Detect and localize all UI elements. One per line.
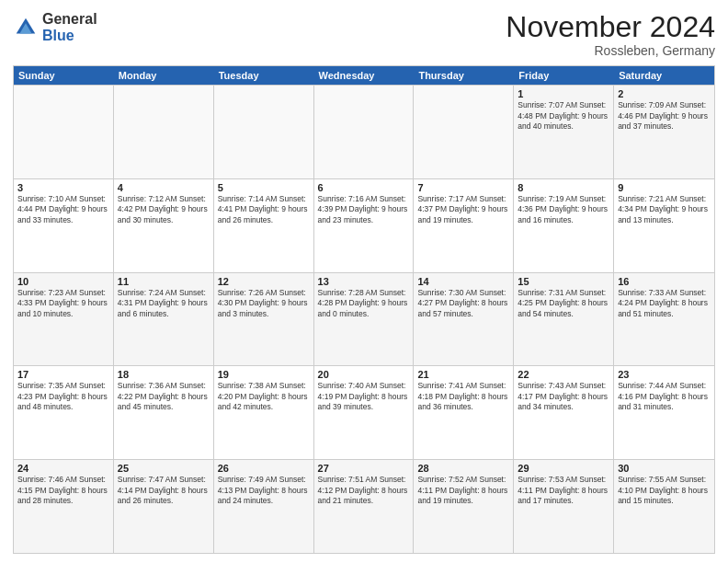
cal-cell-26: 26Sunrise: 7:49 AM Sunset: 4:13 PM Dayli… — [214, 460, 314, 553]
cell-info: Sunrise: 7:21 AM Sunset: 4:34 PM Dayligh… — [618, 194, 711, 225]
cal-cell-empty-2 — [214, 86, 314, 178]
cell-info: Sunrise: 7:28 AM Sunset: 4:28 PM Dayligh… — [318, 288, 410, 319]
cell-info: Sunrise: 7:12 AM Sunset: 4:42 PM Dayligh… — [118, 194, 210, 225]
logo: General Blue — [13, 11, 97, 43]
day-number: 13 — [318, 276, 410, 287]
cal-cell-empty-0 — [14, 86, 114, 178]
day-number: 22 — [518, 369, 609, 380]
day-number: 8 — [518, 182, 609, 193]
header-day-monday: Monday — [114, 66, 214, 85]
cell-info: Sunrise: 7:44 AM Sunset: 4:16 PM Dayligh… — [618, 381, 711, 412]
day-number: 28 — [417, 463, 509, 474]
cell-info: Sunrise: 7:26 AM Sunset: 4:30 PM Dayligh… — [218, 288, 310, 319]
cell-info: Sunrise: 7:31 AM Sunset: 4:25 PM Dayligh… — [518, 288, 609, 319]
day-number: 24 — [17, 463, 109, 474]
day-number: 9 — [618, 182, 711, 193]
cal-cell-empty-1 — [114, 86, 214, 178]
cal-cell-empty-4 — [414, 86, 514, 178]
location: Rossleben, Germany — [506, 43, 715, 58]
day-number: 29 — [518, 463, 609, 474]
cal-cell-29: 29Sunrise: 7:53 AM Sunset: 4:11 PM Dayli… — [514, 460, 614, 553]
cal-row-2: 10Sunrise: 7:23 AM Sunset: 4:33 PM Dayli… — [14, 272, 714, 366]
header-day-sunday: Sunday — [14, 66, 114, 85]
header-day-wednesday: Wednesday — [314, 66, 415, 85]
cal-cell-1: 1Sunrise: 7:07 AM Sunset: 4:48 PM Daylig… — [514, 86, 614, 178]
header-day-saturday: Saturday — [614, 66, 714, 85]
cell-info: Sunrise: 7:43 AM Sunset: 4:17 PM Dayligh… — [518, 381, 609, 412]
cell-info: Sunrise: 7:47 AM Sunset: 4:14 PM Dayligh… — [118, 475, 210, 506]
cal-cell-7: 7Sunrise: 7:17 AM Sunset: 4:37 PM Daylig… — [414, 179, 514, 272]
cell-info: Sunrise: 7:41 AM Sunset: 4:18 PM Dayligh… — [417, 381, 509, 412]
cell-info: Sunrise: 7:52 AM Sunset: 4:11 PM Dayligh… — [417, 475, 509, 506]
cell-info: Sunrise: 7:40 AM Sunset: 4:19 PM Dayligh… — [318, 381, 410, 412]
cal-cell-5: 5Sunrise: 7:14 AM Sunset: 4:41 PM Daylig… — [214, 179, 314, 272]
cell-info: Sunrise: 7:23 AM Sunset: 4:33 PM Dayligh… — [17, 288, 109, 319]
cell-info: Sunrise: 7:49 AM Sunset: 4:13 PM Dayligh… — [218, 475, 310, 506]
cal-row-0: 1Sunrise: 7:07 AM Sunset: 4:48 PM Daylig… — [14, 85, 714, 178]
header-day-thursday: Thursday — [414, 66, 514, 85]
day-number: 20 — [318, 369, 410, 380]
cal-cell-28: 28Sunrise: 7:52 AM Sunset: 4:11 PM Dayli… — [414, 460, 514, 553]
cal-cell-14: 14Sunrise: 7:30 AM Sunset: 4:27 PM Dayli… — [414, 273, 514, 366]
cal-cell-25: 25Sunrise: 7:47 AM Sunset: 4:14 PM Dayli… — [114, 460, 214, 553]
cal-cell-6: 6Sunrise: 7:16 AM Sunset: 4:39 PM Daylig… — [314, 179, 415, 272]
calendar-body: 1Sunrise: 7:07 AM Sunset: 4:48 PM Daylig… — [14, 85, 714, 553]
cal-row-3: 17Sunrise: 7:35 AM Sunset: 4:23 PM Dayli… — [14, 365, 714, 459]
day-number: 27 — [318, 463, 410, 474]
day-number: 14 — [417, 276, 509, 287]
cal-cell-12: 12Sunrise: 7:26 AM Sunset: 4:30 PM Dayli… — [214, 273, 314, 366]
cal-cell-23: 23Sunrise: 7:44 AM Sunset: 4:16 PM Dayli… — [614, 366, 714, 459]
cell-info: Sunrise: 7:10 AM Sunset: 4:44 PM Dayligh… — [17, 194, 109, 225]
calendar: SundayMondayTuesdayWednesdayThursdayFrid… — [13, 65, 715, 554]
day-number: 12 — [218, 276, 310, 287]
cal-row-4: 24Sunrise: 7:46 AM Sunset: 4:15 PM Dayli… — [14, 459, 714, 553]
cell-info: Sunrise: 7:14 AM Sunset: 4:41 PM Dayligh… — [218, 194, 310, 225]
day-number: 19 — [218, 369, 310, 380]
cal-cell-13: 13Sunrise: 7:28 AM Sunset: 4:28 PM Dayli… — [314, 273, 415, 366]
day-number: 4 — [118, 182, 210, 193]
cal-cell-18: 18Sunrise: 7:36 AM Sunset: 4:22 PM Dayli… — [114, 366, 214, 459]
header: General Blue November 2024 Rossleben, Ge… — [13, 11, 715, 58]
day-number: 18 — [118, 369, 210, 380]
day-number: 23 — [618, 369, 711, 380]
cal-cell-24: 24Sunrise: 7:46 AM Sunset: 4:15 PM Dayli… — [14, 460, 114, 553]
cell-info: Sunrise: 7:19 AM Sunset: 4:36 PM Dayligh… — [518, 194, 609, 225]
day-number: 17 — [17, 369, 109, 380]
cal-cell-15: 15Sunrise: 7:31 AM Sunset: 4:25 PM Dayli… — [514, 273, 614, 366]
cell-info: Sunrise: 7:38 AM Sunset: 4:20 PM Dayligh… — [218, 381, 310, 412]
day-number: 1 — [518, 88, 609, 99]
cell-info: Sunrise: 7:16 AM Sunset: 4:39 PM Dayligh… — [318, 194, 410, 225]
day-number: 25 — [118, 463, 210, 474]
day-number: 2 — [618, 88, 711, 99]
cal-cell-21: 21Sunrise: 7:41 AM Sunset: 4:18 PM Dayli… — [414, 366, 514, 459]
cell-info: Sunrise: 7:07 AM Sunset: 4:48 PM Dayligh… — [518, 100, 609, 132]
cell-info: Sunrise: 7:36 AM Sunset: 4:22 PM Dayligh… — [118, 381, 210, 412]
calendar-header: SundayMondayTuesdayWednesdayThursdayFrid… — [14, 66, 714, 85]
day-number: 10 — [17, 276, 109, 287]
cal-cell-3: 3Sunrise: 7:10 AM Sunset: 4:44 PM Daylig… — [14, 179, 114, 272]
day-number: 3 — [17, 182, 109, 193]
cal-cell-30: 30Sunrise: 7:55 AM Sunset: 4:10 PM Dayli… — [614, 460, 714, 553]
day-number: 30 — [618, 463, 711, 474]
day-number: 11 — [118, 276, 210, 287]
cal-cell-16: 16Sunrise: 7:33 AM Sunset: 4:24 PM Dayli… — [614, 273, 714, 366]
cal-cell-10: 10Sunrise: 7:23 AM Sunset: 4:33 PM Dayli… — [14, 273, 114, 366]
cell-info: Sunrise: 7:51 AM Sunset: 4:12 PM Dayligh… — [318, 475, 410, 506]
day-number: 26 — [218, 463, 310, 474]
day-number: 5 — [218, 182, 310, 193]
cell-info: Sunrise: 7:35 AM Sunset: 4:23 PM Dayligh… — [17, 381, 109, 412]
day-number: 16 — [618, 276, 711, 287]
cell-info: Sunrise: 7:30 AM Sunset: 4:27 PM Dayligh… — [417, 288, 509, 319]
cell-info: Sunrise: 7:09 AM Sunset: 4:46 PM Dayligh… — [618, 100, 711, 132]
header-day-tuesday: Tuesday — [214, 66, 314, 85]
cal-cell-19: 19Sunrise: 7:38 AM Sunset: 4:20 PM Dayli… — [214, 366, 314, 459]
day-number: 15 — [518, 276, 609, 287]
header-day-friday: Friday — [514, 66, 614, 85]
cal-cell-empty-3 — [314, 86, 415, 178]
cell-info: Sunrise: 7:24 AM Sunset: 4:31 PM Dayligh… — [118, 288, 210, 319]
logo-general-text: General — [42, 11, 97, 28]
day-number: 7 — [417, 182, 509, 193]
page: General Blue November 2024 Rossleben, Ge… — [0, 0, 728, 563]
title-block: November 2024 Rossleben, Germany — [506, 11, 715, 58]
cal-cell-2: 2Sunrise: 7:09 AM Sunset: 4:46 PM Daylig… — [614, 86, 714, 178]
